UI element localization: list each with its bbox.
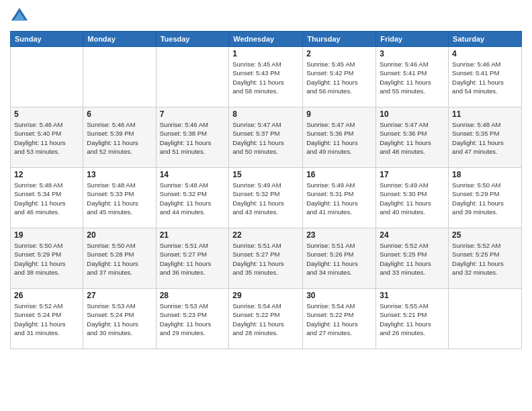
- day-number: 2: [306, 49, 372, 58]
- day-number: 5: [14, 109, 79, 119]
- day-number: 29: [232, 291, 299, 300]
- calendar-cell: 12Sunrise: 5:48 AM Sunset: 5:34 PM Dayli…: [11, 168, 83, 228]
- calendar-cell: 21Sunrise: 5:51 AM Sunset: 5:27 PM Dayli…: [156, 228, 229, 289]
- day-number: 31: [380, 291, 445, 300]
- calendar-cell: 14Sunrise: 5:48 AM Sunset: 5:32 PM Dayli…: [156, 168, 229, 228]
- day-number: 20: [87, 230, 152, 240]
- calendar-cell: 9Sunrise: 5:47 AM Sunset: 5:36 PM Daylig…: [303, 107, 376, 168]
- calendar-cell: 31Sunrise: 5:55 AM Sunset: 5:21 PM Dayli…: [376, 289, 449, 349]
- calendar-week-row: 19Sunrise: 5:50 AM Sunset: 5:29 PM Dayli…: [11, 228, 522, 289]
- day-info: Sunrise: 5:48 AM Sunset: 5:35 PM Dayligh…: [452, 120, 518, 156]
- calendar-cell: 10Sunrise: 5:47 AM Sunset: 5:36 PM Dayli…: [376, 107, 449, 168]
- day-number: 30: [306, 291, 372, 300]
- day-number: 22: [232, 230, 299, 240]
- calendar-cell: 1Sunrise: 5:45 AM Sunset: 5:43 PM Daylig…: [229, 47, 303, 107]
- day-info: Sunrise: 5:46 AM Sunset: 5:41 PM Dayligh…: [452, 60, 518, 95]
- day-info: Sunrise: 5:50 AM Sunset: 5:29 PM Dayligh…: [452, 181, 518, 216]
- day-number: 23: [306, 230, 372, 240]
- calendar-table: SundayMondayTuesdayWednesdayThursdayFrid…: [10, 31, 522, 349]
- weekday-header: Saturday: [449, 32, 522, 47]
- calendar-cell: 28Sunrise: 5:53 AM Sunset: 5:23 PM Dayli…: [156, 289, 229, 349]
- day-number: 12: [14, 170, 79, 179]
- weekday-header-row: SundayMondayTuesdayWednesdayThursdayFrid…: [11, 32, 522, 47]
- day-number: 27: [87, 291, 152, 300]
- calendar-week-row: 1Sunrise: 5:45 AM Sunset: 5:43 PM Daylig…: [11, 47, 522, 107]
- logo: [10, 7, 32, 26]
- day-number: 9: [306, 109, 372, 119]
- calendar-cell: 23Sunrise: 5:51 AM Sunset: 5:26 PM Dayli…: [303, 228, 376, 289]
- day-info: Sunrise: 5:53 AM Sunset: 5:24 PM Dayligh…: [87, 302, 152, 337]
- day-info: Sunrise: 5:52 AM Sunset: 5:25 PM Dayligh…: [452, 241, 518, 277]
- day-info: Sunrise: 5:50 AM Sunset: 5:28 PM Dayligh…: [87, 241, 152, 277]
- day-number: 17: [380, 170, 445, 179]
- calendar-page: SundayMondayTuesdayWednesdayThursdayFrid…: [0, 0, 532, 411]
- day-number: 13: [87, 170, 152, 179]
- day-number: 10: [380, 109, 445, 119]
- calendar-cell: 16Sunrise: 5:49 AM Sunset: 5:31 PM Dayli…: [303, 168, 376, 228]
- weekday-header: Friday: [376, 32, 449, 47]
- calendar-week-row: 5Sunrise: 5:46 AM Sunset: 5:40 PM Daylig…: [11, 107, 522, 168]
- calendar-cell: 5Sunrise: 5:46 AM Sunset: 5:40 PM Daylig…: [11, 107, 83, 168]
- day-number: 6: [87, 109, 152, 119]
- calendar-cell: [156, 47, 229, 107]
- day-number: 19: [14, 230, 79, 240]
- calendar-cell: 8Sunrise: 5:47 AM Sunset: 5:37 PM Daylig…: [229, 107, 303, 168]
- day-info: Sunrise: 5:48 AM Sunset: 5:34 PM Dayligh…: [14, 181, 79, 216]
- day-info: Sunrise: 5:51 AM Sunset: 5:27 PM Dayligh…: [232, 241, 299, 277]
- day-number: 8: [232, 109, 299, 119]
- day-number: 4: [452, 49, 518, 58]
- day-info: Sunrise: 5:46 AM Sunset: 5:39 PM Dayligh…: [87, 120, 152, 156]
- logo-icon: [10, 7, 29, 26]
- day-info: Sunrise: 5:48 AM Sunset: 5:32 PM Dayligh…: [160, 181, 226, 216]
- day-number: 24: [380, 230, 445, 240]
- calendar-cell: 29Sunrise: 5:54 AM Sunset: 5:22 PM Dayli…: [229, 289, 303, 349]
- day-info: Sunrise: 5:45 AM Sunset: 5:42 PM Dayligh…: [306, 60, 372, 95]
- weekday-header: Wednesday: [229, 32, 303, 47]
- day-info: Sunrise: 5:50 AM Sunset: 5:29 PM Dayligh…: [14, 241, 79, 277]
- calendar-cell: 20Sunrise: 5:50 AM Sunset: 5:28 PM Dayli…: [83, 228, 156, 289]
- day-number: 11: [452, 109, 518, 119]
- calendar-cell: 18Sunrise: 5:50 AM Sunset: 5:29 PM Dayli…: [449, 168, 522, 228]
- day-info: Sunrise: 5:47 AM Sunset: 5:36 PM Dayligh…: [380, 120, 445, 156]
- page-header: [10, 7, 522, 26]
- day-number: 7: [160, 109, 226, 119]
- calendar-cell: [11, 47, 83, 107]
- calendar-cell: 17Sunrise: 5:49 AM Sunset: 5:30 PM Dayli…: [376, 168, 449, 228]
- calendar-cell: 2Sunrise: 5:45 AM Sunset: 5:42 PM Daylig…: [303, 47, 376, 107]
- day-info: Sunrise: 5:48 AM Sunset: 5:33 PM Dayligh…: [87, 181, 152, 216]
- weekday-header: Sunday: [11, 32, 83, 47]
- day-number: 15: [232, 170, 299, 179]
- day-info: Sunrise: 5:54 AM Sunset: 5:22 PM Dayligh…: [306, 302, 372, 337]
- calendar-cell: 27Sunrise: 5:53 AM Sunset: 5:24 PM Dayli…: [83, 289, 156, 349]
- day-info: Sunrise: 5:52 AM Sunset: 5:25 PM Dayligh…: [380, 241, 445, 277]
- day-info: Sunrise: 5:49 AM Sunset: 5:30 PM Dayligh…: [380, 181, 445, 216]
- day-number: 16: [306, 170, 372, 179]
- day-info: Sunrise: 5:55 AM Sunset: 5:21 PM Dayligh…: [380, 302, 445, 337]
- calendar-cell: 11Sunrise: 5:48 AM Sunset: 5:35 PM Dayli…: [449, 107, 522, 168]
- calendar-cell: 13Sunrise: 5:48 AM Sunset: 5:33 PM Dayli…: [83, 168, 156, 228]
- day-number: 3: [380, 49, 445, 58]
- day-info: Sunrise: 5:54 AM Sunset: 5:22 PM Dayligh…: [232, 302, 299, 337]
- weekday-header: Thursday: [303, 32, 376, 47]
- day-info: Sunrise: 5:46 AM Sunset: 5:41 PM Dayligh…: [380, 60, 445, 95]
- weekday-header: Monday: [83, 32, 156, 47]
- day-number: 25: [452, 230, 518, 240]
- day-info: Sunrise: 5:47 AM Sunset: 5:37 PM Dayligh…: [232, 120, 299, 156]
- day-info: Sunrise: 5:46 AM Sunset: 5:40 PM Dayligh…: [14, 120, 79, 156]
- day-info: Sunrise: 5:47 AM Sunset: 5:36 PM Dayligh…: [306, 120, 372, 156]
- day-number: 28: [160, 291, 226, 300]
- calendar-cell: 24Sunrise: 5:52 AM Sunset: 5:25 PM Dayli…: [376, 228, 449, 289]
- day-info: Sunrise: 5:51 AM Sunset: 5:27 PM Dayligh…: [160, 241, 226, 277]
- calendar-week-row: 12Sunrise: 5:48 AM Sunset: 5:34 PM Dayli…: [11, 168, 522, 228]
- calendar-cell: 4Sunrise: 5:46 AM Sunset: 5:41 PM Daylig…: [449, 47, 522, 107]
- calendar-week-row: 26Sunrise: 5:52 AM Sunset: 5:24 PM Dayli…: [11, 289, 522, 349]
- calendar-cell: 25Sunrise: 5:52 AM Sunset: 5:25 PM Dayli…: [449, 228, 522, 289]
- day-info: Sunrise: 5:49 AM Sunset: 5:32 PM Dayligh…: [232, 181, 299, 216]
- calendar-cell: 22Sunrise: 5:51 AM Sunset: 5:27 PM Dayli…: [229, 228, 303, 289]
- calendar-cell: 30Sunrise: 5:54 AM Sunset: 5:22 PM Dayli…: [303, 289, 376, 349]
- calendar-cell: 7Sunrise: 5:46 AM Sunset: 5:38 PM Daylig…: [156, 107, 229, 168]
- day-info: Sunrise: 5:45 AM Sunset: 5:43 PM Dayligh…: [232, 60, 299, 95]
- calendar-cell: 6Sunrise: 5:46 AM Sunset: 5:39 PM Daylig…: [83, 107, 156, 168]
- day-info: Sunrise: 5:53 AM Sunset: 5:23 PM Dayligh…: [160, 302, 226, 337]
- day-number: 26: [14, 291, 79, 300]
